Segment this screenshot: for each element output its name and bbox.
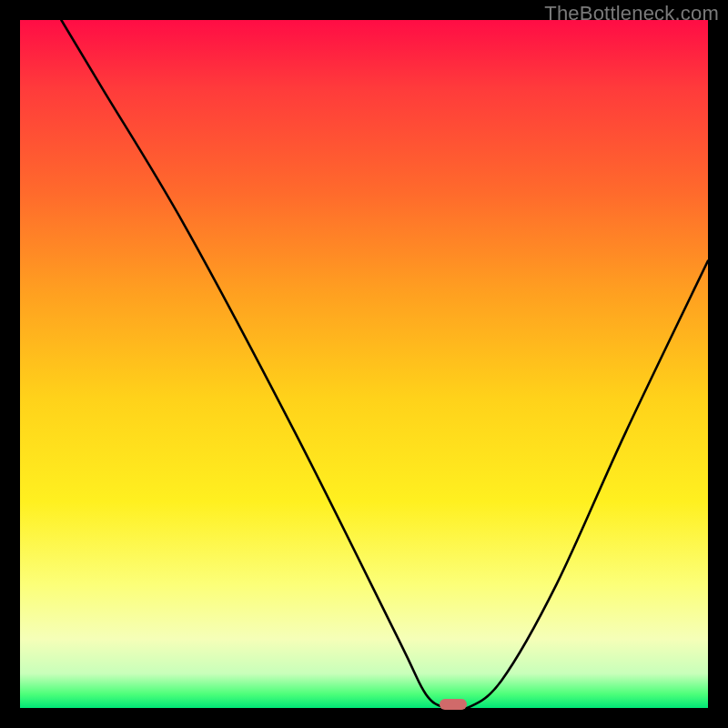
plot-area	[20, 20, 708, 708]
chart-frame: TheBottleneck.com	[0, 0, 728, 728]
minimum-marker	[440, 699, 467, 710]
bottleneck-curve	[20, 20, 708, 708]
